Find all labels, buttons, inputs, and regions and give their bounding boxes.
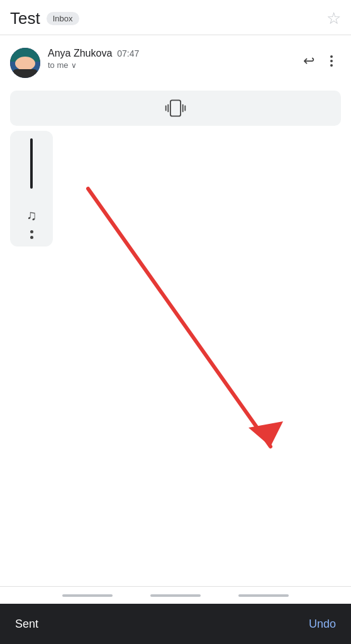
dot2: [330, 60, 333, 62]
waveform-icon: [30, 138, 33, 189]
vibrate-icon: [164, 97, 187, 119]
more-options-icon[interactable]: [322, 53, 341, 69]
inbox-badge: Inbox: [47, 12, 79, 25]
sent-label: Sent: [15, 618, 38, 631]
undo-button[interactable]: Undo: [309, 618, 336, 631]
dot-b: [30, 236, 33, 239]
music-icon: ♫: [26, 208, 37, 224]
header-divider: [0, 35, 351, 35]
dot3: [330, 64, 333, 67]
nav-hint-2: [150, 594, 201, 597]
reply-icon[interactable]: ↩: [301, 50, 317, 72]
avatar-image: [10, 48, 40, 78]
to-me-row[interactable]: to me ∨: [48, 60, 293, 70]
sender-actions: ↩: [301, 48, 341, 72]
sender-info: Anya Zhukova 07:47 to me ∨: [48, 48, 293, 70]
nav-hint-1: [62, 594, 113, 597]
email-header: Test Inbox ☆: [0, 0, 351, 35]
bottom-bar: Sent Undo: [0, 604, 351, 644]
chevron-down-icon: ∨: [71, 61, 77, 70]
sender-name: Anya Zhukova: [48, 48, 112, 59]
sender-time: 07:47: [117, 48, 139, 58]
avatar: [10, 48, 40, 78]
to-me-text: to me: [48, 60, 69, 70]
sender-name-row: Anya Zhukova 07:47: [48, 48, 293, 59]
avatar-face-skin: [15, 57, 35, 70]
svg-rect-0: [170, 100, 181, 116]
avatar-body: [13, 69, 38, 78]
bottom-nav-hints: [0, 586, 351, 604]
sender-row: Anya Zhukova 07:47 to me ∨ ↩: [0, 40, 351, 86]
vibrate-icon-card: [10, 91, 341, 126]
page-title: Test: [10, 9, 40, 28]
header-left: Test Inbox: [10, 9, 79, 28]
star-icon[interactable]: ☆: [326, 9, 341, 28]
more-dots-icon[interactable]: [30, 230, 33, 239]
dot1: [330, 55, 333, 58]
svg-marker-6: [248, 421, 283, 447]
email-body: ♫: [0, 86, 351, 252]
media-card: ♫: [10, 131, 53, 247]
dot-a: [30, 230, 33, 233]
nav-hint-3: [238, 594, 289, 597]
